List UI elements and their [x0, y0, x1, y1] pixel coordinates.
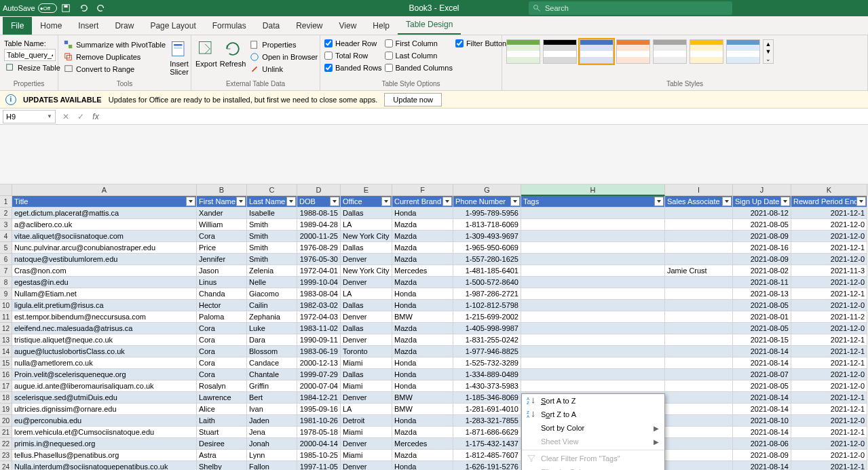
col-header[interactable]: B: [197, 184, 247, 196]
chk-total-row[interactable]: Total Row: [324, 52, 382, 60]
header-cell[interactable]: Phone Number: [453, 196, 521, 208]
cell[interactable]: 2021-08-14: [733, 392, 791, 404]
col-header[interactable]: D: [297, 184, 341, 196]
col-header[interactable]: C: [247, 184, 297, 196]
cell[interactable]: 2021-08-14: [733, 357, 791, 369]
cell[interactable]: Toronto: [341, 346, 392, 357]
cell[interactable]: eu@perconubia.edu: [12, 415, 197, 427]
cell[interactable]: [665, 208, 733, 219]
cell[interactable]: Lawrence: [197, 392, 247, 404]
cell[interactable]: 1990-09-11: [297, 334, 341, 346]
cell[interactable]: Honda: [392, 380, 453, 392]
cell[interactable]: William: [197, 219, 247, 231]
cell[interactable]: 1-283-321-7855: [453, 415, 521, 427]
chk-banded-rows[interactable]: Banded Rows: [324, 64, 382, 72]
cell[interactable]: 2021-12-1: [791, 404, 867, 415]
chk-last-column[interactable]: Last Column: [385, 52, 453, 60]
cell[interactable]: Proin.velit@scelerisqueneque.org: [12, 369, 197, 380]
cell[interactable]: augue@luctuslobortisClass.co.uk: [12, 346, 197, 357]
style-gallery-more[interactable]: ▲▼⌄: [763, 39, 774, 64]
tab-page-layout[interactable]: Page Layout: [142, 17, 204, 35]
cell[interactable]: [665, 288, 733, 300]
open-browser-button[interactable]: Open in Browser: [248, 52, 319, 62]
export-button[interactable]: Export: [195, 39, 217, 68]
save-icon[interactable]: [58, 1, 73, 16]
cell[interactable]: 1988-08-15: [297, 208, 341, 219]
cell[interactable]: 2021-12-1: [791, 334, 867, 346]
cell[interactable]: Cras@non.com: [12, 265, 197, 277]
cell[interactable]: Detroit: [341, 415, 392, 427]
cell[interactable]: BMW: [392, 404, 453, 415]
cell[interactable]: Denver: [341, 254, 392, 265]
cell[interactable]: [665, 300, 733, 311]
cell[interactable]: [521, 369, 665, 380]
cell[interactable]: 2021-08-06: [733, 438, 791, 450]
cell[interactable]: egestas@in.edu: [12, 277, 197, 288]
col-header[interactable]: H: [521, 184, 665, 196]
cell[interactable]: [665, 346, 733, 357]
undo-icon[interactable]: [76, 1, 91, 16]
cell[interactable]: LA: [341, 219, 392, 231]
row-header[interactable]: 19: [0, 404, 12, 415]
cell[interactable]: [521, 346, 665, 357]
cell[interactable]: Fallon: [247, 461, 297, 470]
cell[interactable]: Cora: [197, 231, 247, 242]
chk-banded-columns[interactable]: Banded Columns: [385, 64, 453, 72]
header-cell[interactable]: Last Name: [247, 196, 297, 208]
cell[interactable]: [665, 427, 733, 438]
cell[interactable]: Dallas: [341, 323, 392, 334]
cell[interactable]: 1976-08-29: [297, 242, 341, 254]
cell[interactable]: 1983-06-19: [297, 346, 341, 357]
cell[interactable]: Cailin: [247, 300, 297, 311]
cell[interactable]: 2021-08-12: [733, 208, 791, 219]
cell[interactable]: Cora: [197, 369, 247, 380]
cell[interactable]: Mercedes: [392, 438, 453, 450]
style-thumb[interactable]: [616, 39, 650, 64]
cell[interactable]: 2021-08-10: [733, 415, 791, 427]
col-header[interactable]: A: [12, 184, 197, 196]
cell[interactable]: Giacomo: [247, 288, 297, 300]
cell[interactable]: 2021-08-09: [733, 231, 791, 242]
select-all-triangle[interactable]: [0, 184, 12, 196]
autosave-toggle[interactable]: AutoSave ● Off: [3, 3, 57, 13]
cell[interactable]: Dallas: [341, 300, 392, 311]
cell[interactable]: Candace: [247, 357, 297, 369]
cell[interactable]: Stuart: [197, 427, 247, 438]
resize-table-button[interactable]: Resize Table: [4, 62, 62, 73]
cell[interactable]: Mazda: [392, 231, 453, 242]
cell[interactable]: 1-481-185-6401: [453, 265, 521, 277]
row-header[interactable]: 23: [0, 450, 12, 461]
cell[interactable]: New York City: [341, 265, 392, 277]
cell[interactable]: Jonah: [247, 438, 297, 450]
row-header[interactable]: 4: [0, 231, 12, 242]
cell[interactable]: 2021-12-1: [791, 392, 867, 404]
cell[interactable]: LA: [341, 404, 392, 415]
row-header[interactable]: 5: [0, 242, 12, 254]
cell[interactable]: Alice: [197, 404, 247, 415]
cell[interactable]: scelerisque.sed@utmiDuis.edu: [12, 392, 197, 404]
filter-dropdown-icon[interactable]: [654, 197, 664, 206]
cell[interactable]: Ivan: [247, 404, 297, 415]
table-style-gallery[interactable]: ▲▼⌄: [506, 37, 863, 64]
cell[interactable]: 2021-08-07: [733, 369, 791, 380]
header-cell[interactable]: First Name: [197, 196, 247, 208]
sort-za[interactable]: ZASort Z to A: [522, 408, 664, 421]
cell[interactable]: Paloma: [197, 311, 247, 323]
header-cell[interactable]: Tags: [521, 196, 665, 208]
cell[interactable]: augue.id.ante@liberomaurisaliquam.co.uk: [12, 380, 197, 392]
cell[interactable]: Mazda: [392, 346, 453, 357]
header-cell[interactable]: Reward Period End: [791, 196, 867, 208]
chk-filter-button[interactable]: Filter Button: [455, 39, 506, 47]
col-header[interactable]: G: [453, 184, 521, 196]
cell[interactable]: 1995-09-16: [297, 404, 341, 415]
cell[interactable]: eget.dictum.placerat@mattis.ca: [12, 208, 197, 219]
cell[interactable]: 2021-12-0: [791, 323, 867, 334]
cell[interactable]: [665, 219, 733, 231]
col-header[interactable]: K: [791, 184, 867, 196]
cell[interactable]: 1-185-346-8069: [453, 392, 521, 404]
cell[interactable]: Smith: [247, 219, 297, 231]
cell[interactable]: 1-500-572-8640: [453, 277, 521, 288]
cell[interactable]: 1-281-691-4010: [453, 404, 521, 415]
filter-dropdown-icon[interactable]: [856, 197, 866, 206]
cell[interactable]: [521, 357, 665, 369]
